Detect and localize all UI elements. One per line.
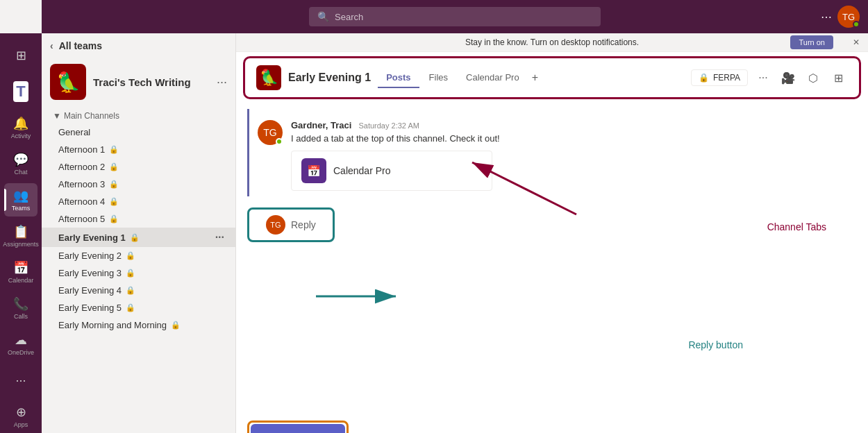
channel-early-evening5[interactable]: Early Evening 5 🔒 bbox=[42, 299, 235, 316]
team-more-btn[interactable]: ··· bbox=[217, 75, 227, 90]
message-thread: TG Gardner, Traci Saturday 2:32 AM I add… bbox=[247, 109, 857, 196]
channel-afternoon5[interactable]: Afternoon 5 🔒 bbox=[42, 210, 235, 228]
tab-files[interactable]: Files bbox=[421, 68, 456, 88]
waffle-menu[interactable]: ⊞ bbox=[4, 39, 37, 72]
lock-icon: 🔒 bbox=[109, 197, 119, 206]
tab-add-button[interactable]: + bbox=[529, 67, 541, 88]
nav-assignments[interactable]: 📋 Assignments bbox=[4, 219, 37, 253]
team-name: Traci's Tech Writing bbox=[93, 76, 210, 88]
lock-icon: 🔒 bbox=[126, 286, 135, 295]
video-call-btn[interactable]: 🎥 bbox=[778, 68, 798, 87]
lock-icon: 🔒 bbox=[126, 269, 135, 278]
sidebar-header: ‹ All teams bbox=[42, 33, 235, 58]
lock-icon: 🔒 bbox=[109, 145, 119, 154]
nav-apps[interactable]: ⊕ Apps bbox=[4, 400, 37, 433]
user-avatar[interactable]: TG bbox=[837, 6, 860, 28]
message-author: Gardner, Traci bbox=[291, 120, 351, 130]
start-post-section: ✏ Start a post bbox=[247, 421, 349, 433]
channel-tabs-annotation: Channel Tabs bbox=[767, 221, 826, 232]
message-time: Saturday 2:32 AM bbox=[358, 121, 419, 130]
tab-calendar-pro[interactable]: Calendar Pro bbox=[458, 68, 528, 88]
active-indicator bbox=[4, 189, 6, 211]
nav-onedrive[interactable]: ☁ OneDrive bbox=[4, 328, 37, 361]
channel-early-morning[interactable]: Early Morning and Morning 🔒 bbox=[42, 316, 235, 334]
ferpa-lock-icon: 🔒 bbox=[699, 73, 709, 83]
content-area: TG Gardner, Traci Saturday 2:32 AM I add… bbox=[236, 103, 868, 433]
top-bar: 🔍 ⋯ TG bbox=[42, 0, 868, 33]
app-wrapper: 🔍 ⋯ TG ⊞ T 🔔 Activity 💬 bbox=[0, 0, 868, 433]
calendar-pro-label: Calendar Pro bbox=[333, 165, 391, 176]
calendar-pro-card[interactable]: 📅 Calendar Pro bbox=[291, 151, 492, 191]
reply-button-annotation: Reply button bbox=[688, 339, 743, 350]
ferpa-badge[interactable]: 🔒 FERPA bbox=[691, 69, 748, 86]
channel-tabs: Posts Files Calendar Pro + bbox=[378, 67, 541, 88]
main-area: Stay in the know. Turn on desktop notifi… bbox=[236, 33, 868, 433]
more-options-icon[interactable]: ⋯ bbox=[821, 10, 832, 24]
lock-icon: 🔒 bbox=[109, 180, 119, 189]
calendar-pro-icon: 📅 bbox=[301, 158, 326, 183]
channels-section: ▼ Main Channels General Afternoon 1 🔒 ··… bbox=[42, 105, 235, 433]
collapse-icon: ▼ bbox=[53, 111, 61, 121]
lock-icon: 🔒 bbox=[109, 214, 119, 223]
notif-text: Stay in the know. Turn on desktop notifi… bbox=[465, 37, 639, 47]
turn-on-button[interactable]: Turn on bbox=[790, 35, 833, 49]
lock-icon: 🔒 bbox=[126, 251, 135, 260]
channel-early-evening2[interactable]: Early Evening 2 🔒 bbox=[42, 247, 235, 264]
reply-avatar: TG bbox=[266, 215, 285, 235]
all-teams-label[interactable]: All teams bbox=[59, 40, 102, 51]
nav-calls[interactable]: 📞 Calls bbox=[4, 291, 37, 325]
search-box[interactable]: 🔍 bbox=[309, 7, 601, 26]
lock-icon: 🔒 bbox=[109, 162, 119, 171]
channel-early-evening4[interactable]: Early Evening 4 🔒 bbox=[42, 282, 235, 299]
channel-afternoon2[interactable]: Afternoon 2 🔒 bbox=[42, 158, 235, 176]
nav-chat[interactable]: 💬 Chat bbox=[4, 147, 37, 180]
nav-calendar[interactable]: 📅 Calendar bbox=[4, 255, 37, 289]
channel-afternoon1[interactable]: Afternoon 1 🔒 ··· bbox=[42, 141, 235, 158]
channel-afternoon3[interactable]: Afternoon 3 🔒 bbox=[42, 176, 235, 193]
search-input[interactable] bbox=[335, 12, 592, 22]
reply-label: Reply bbox=[291, 219, 316, 230]
nav-teams[interactable]: 👥 Teams bbox=[4, 183, 37, 216]
channel-early-evening3[interactable]: Early Evening 3 🔒 bbox=[42, 264, 235, 282]
notif-bar: Stay in the know. Turn on desktop notifi… bbox=[236, 33, 868, 52]
channel-general[interactable]: General bbox=[42, 124, 235, 141]
pop-out-btn[interactable]: ⊞ bbox=[828, 68, 848, 87]
message-text: I added a tab at the top of this channel… bbox=[291, 133, 857, 144]
channel-title: Early Evening 1 bbox=[288, 71, 371, 84]
message-meta: Gardner, Traci Saturday 2:32 AM bbox=[291, 120, 857, 130]
channel-header-highlight: 🦜 Early Evening 1 Posts Files Calendar bbox=[243, 56, 861, 99]
app-body: ⊞ T 🔔 Activity 💬 Chat 👥 Teams 📋 Assignme… bbox=[0, 33, 868, 433]
nav-more[interactable]: ··· bbox=[4, 364, 37, 397]
back-icon[interactable]: ‹ bbox=[50, 40, 53, 51]
lock-icon: 🔒 bbox=[130, 233, 140, 242]
channel-more-btn-active[interactable]: ··· bbox=[215, 231, 224, 244]
start-post-button[interactable]: ✏ Start a post bbox=[251, 424, 345, 433]
tab-posts[interactable]: Posts bbox=[378, 68, 419, 88]
expand-btn[interactable]: ⬡ bbox=[803, 68, 823, 87]
close-notif-icon[interactable]: ✕ bbox=[853, 37, 860, 47]
user-status-dot bbox=[853, 21, 860, 28]
lock-icon: 🔒 bbox=[126, 303, 135, 312]
search-icon: 🔍 bbox=[317, 11, 329, 22]
channel-afternoon4[interactable]: Afternoon 4 🔒 bbox=[42, 193, 235, 210]
start-post-highlight: ✏ Start a post bbox=[247, 421, 349, 433]
reply-button-highlight[interactable]: TG Reply bbox=[247, 207, 335, 242]
icon-rail: ⊞ T 🔔 Activity 💬 Chat 👥 Teams 📋 Assignme… bbox=[0, 33, 42, 433]
lock-icon: 🔒 bbox=[171, 321, 181, 330]
channel-actions: 🔒 FERPA ··· 🎥 ⬡ ⊞ bbox=[691, 68, 848, 87]
team-avatar: 🦜 bbox=[50, 64, 86, 100]
message-body: Gardner, Traci Saturday 2:32 AM I added … bbox=[291, 120, 857, 191]
team-card: 🦜 Traci's Tech Writing ··· bbox=[42, 58, 235, 105]
ferpa-label: FERPA bbox=[713, 73, 740, 83]
teams-logo: T bbox=[4, 75, 37, 108]
nav-activity[interactable]: 🔔 Activity bbox=[4, 111, 37, 144]
section-label-main[interactable]: ▼ Main Channels bbox=[42, 108, 235, 124]
message-avatar: TG bbox=[258, 120, 283, 145]
online-status bbox=[276, 138, 283, 145]
channel-header: 🦜 Early Evening 1 Posts Files Calendar bbox=[251, 61, 853, 94]
more-actions-btn[interactable]: ··· bbox=[753, 68, 773, 87]
channel-logo: 🦜 bbox=[256, 65, 281, 90]
top-bar-right: ⋯ TG bbox=[821, 6, 860, 28]
channel-header-wrapper: 🦜 Early Evening 1 Posts Files Calendar bbox=[236, 52, 868, 103]
channel-early-evening1[interactable]: Early Evening 1 🔒 ··· bbox=[42, 228, 235, 247]
